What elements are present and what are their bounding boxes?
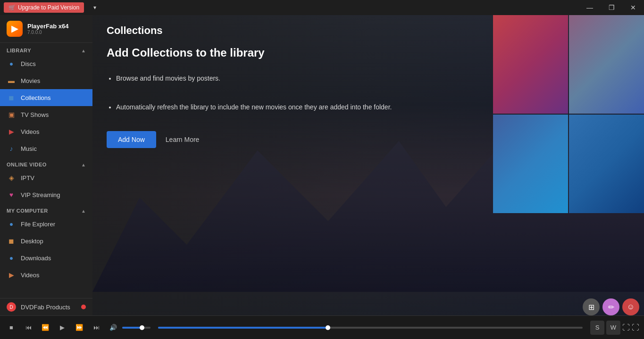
skype-button[interactable]: S — [590, 321, 604, 335]
title-bar: 🛒 Upgrade to Paid Version ▾ — ❐ ✕ — [0, 0, 644, 15]
sidebar-item-label: TV Shows — [21, 111, 49, 118]
pen-button[interactable]: ✏ — [602, 298, 619, 315]
movie-icon: ▬ — [7, 76, 16, 85]
expand-button[interactable]: ⛶ — [622, 323, 630, 332]
play-button[interactable]: ▶ — [56, 321, 69, 334]
logo-version: 7.0.0.0 — [27, 30, 68, 35]
sidebar-item-movies[interactable]: ▬ Movies — [0, 72, 92, 89]
online-video-chevron-icon: ▲ — [81, 162, 86, 167]
face-button[interactable]: ☺ — [622, 298, 639, 315]
sidebar-item-vip-streaming[interactable]: ♥ VIP Streaming — [0, 186, 92, 203]
bullet-item-2: Automatically refresh the library to inc… — [116, 102, 630, 112]
volume-area: 🔊 — [107, 321, 151, 334]
disc-icon: ● — [7, 59, 16, 68]
title-bar-left: 🛒 Upgrade to Paid Version ▾ — [0, 0, 102, 15]
pen-icon: ✏ — [608, 303, 614, 312]
sidebar-item-collections[interactable]: ◼ Collections — [0, 89, 92, 106]
logo-text: PlayerFab x64 7.0.0.0 — [27, 23, 68, 35]
minimize-button[interactable]: — — [579, 0, 601, 15]
add-now-button[interactable]: Add Now — [107, 131, 156, 148]
sidebar-item-videos[interactable]: ▶ Videos — [0, 123, 92, 140]
volume-bar[interactable] — [122, 327, 151, 329]
dvdfab-item[interactable]: D DVDFab Products — [0, 298, 92, 315]
tv-icon: ▣ — [7, 110, 16, 119]
my-computer-chevron-icon: ▲ — [81, 208, 86, 214]
sidebar-item-discs[interactable]: ● Discs — [0, 55, 92, 72]
progress-fill — [158, 327, 328, 329]
restore-icon: ❐ — [609, 4, 615, 11]
expand-icon: ⛶ — [622, 323, 630, 331]
player-bar: ■ ⏮ ⏪ ▶ ⏩ ⏭ 🔊 S W ⛶ — [0, 315, 644, 339]
rewind-icon: ⏪ — [42, 324, 49, 331]
sidebar-item-label: Downloads — [21, 255, 51, 262]
online-video-section-header[interactable]: Online Video ▲ — [0, 157, 92, 169]
main-content: Collections Add Collections to the libra… — [92, 15, 644, 315]
sidebar-item-downloads[interactable]: ● Downloads — [0, 249, 92, 266]
collections-icon: ◼ — [7, 93, 16, 102]
fast-forward-button[interactable]: ⏩ — [73, 321, 86, 334]
player-right-icons: S W ⛶ ⛶ — [590, 321, 639, 335]
file-explorer-icon: ● — [7, 219, 16, 229]
sidebar: ▶ PlayerFab x64 7.0.0.0 Library ▲ ● Disc… — [0, 15, 92, 315]
next-track-button[interactable]: ⏭ — [90, 321, 103, 334]
face-icon: ☺ — [627, 303, 635, 311]
sidebar-item-videos2[interactable]: ▶ Videos — [0, 266, 92, 283]
library-section-header[interactable]: Library ▲ — [0, 43, 92, 55]
sidebar-item-label: Discs — [21, 60, 36, 67]
videos2-icon: ▶ — [7, 270, 16, 280]
rewind-button[interactable]: ⏪ — [39, 321, 52, 334]
sidebar-item-file-explorer[interactable]: ● File Explorer — [0, 215, 92, 232]
sidebar-item-tvshows[interactable]: ▣ TV Shows — [0, 106, 92, 123]
stop-button[interactable]: ■ — [5, 321, 18, 334]
sidebar-item-music[interactable]: ♪ Music — [0, 140, 92, 157]
dropdown-arrow-button[interactable]: ▾ — [88, 0, 102, 15]
fullscreen-buttons: ⛶ ⛶ — [622, 323, 639, 332]
add-collections-title: Add Collections to the library — [107, 46, 630, 59]
music-icon: ♪ — [7, 144, 16, 153]
my-computer-section-header[interactable]: My Computer ▲ — [0, 203, 92, 215]
minimize-icon: — — [586, 4, 593, 11]
page-title: Collections — [107, 25, 630, 37]
sidebar-item-label: Movies — [21, 77, 40, 84]
skype-icon: S — [595, 324, 600, 331]
grid-view-button[interactable]: ⊞ — [583, 298, 600, 315]
online-video-section-label: Online Video — [7, 162, 47, 167]
sidebar-item-label: Collections — [21, 94, 51, 101]
sidebar-item-iptv[interactable]: ◈ IPTV — [0, 169, 92, 186]
restore-button[interactable]: ❐ — [601, 0, 622, 15]
volume-button[interactable]: 🔊 — [107, 321, 120, 334]
progress-dot — [326, 325, 330, 330]
dropdown-arrow-icon: ▾ — [93, 4, 96, 11]
window-controls: — ❐ ✕ — [579, 0, 644, 15]
sidebar-item-label: Desktop — [21, 238, 43, 245]
volume-fill — [122, 327, 142, 329]
fullscreen-button[interactable]: ⛶ — [632, 323, 639, 332]
close-button[interactable]: ✕ — [622, 0, 644, 15]
close-icon: ✕ — [630, 4, 636, 11]
bottom-right-icons: ⊞ ✏ ☺ — [583, 298, 639, 315]
logo-icon: ▶ — [7, 21, 23, 37]
iptv-icon: ◈ — [7, 173, 16, 182]
dvdfab-label: DVDFab Products — [21, 304, 70, 311]
wechat-button[interactable]: W — [606, 321, 620, 335]
grid-icon: ⊞ — [588, 303, 594, 312]
my-computer-section-label: My Computer — [7, 208, 48, 214]
volume-dot — [140, 325, 144, 330]
action-row: Add Now Learn More — [107, 131, 630, 148]
upgrade-button[interactable]: 🛒 Upgrade to Paid Version — [4, 2, 84, 13]
learn-more-button[interactable]: Learn More — [166, 136, 200, 143]
bullet-item-1: Browse and find movies by posters. — [116, 74, 630, 83]
progress-bar[interactable] — [158, 327, 583, 329]
wechat-icon: W — [611, 324, 616, 331]
content-area: Collections Add Collections to the libra… — [92, 15, 644, 157]
play-icon: ▶ — [60, 324, 65, 331]
library-chevron-icon: ▲ — [81, 48, 86, 53]
prev-track-button[interactable]: ⏮ — [22, 321, 35, 334]
volume-icon: 🔊 — [109, 324, 117, 331]
upgrade-label: Upgrade to Paid Version — [18, 4, 79, 11]
downloads-icon: ● — [7, 253, 16, 263]
sidebar-item-label: Videos — [21, 272, 40, 279]
upgrade-icon: 🛒 — [8, 4, 16, 11]
sidebar-item-desktop[interactable]: ◼ Desktop — [0, 232, 92, 249]
desktop-icon: ◼ — [7, 236, 16, 246]
